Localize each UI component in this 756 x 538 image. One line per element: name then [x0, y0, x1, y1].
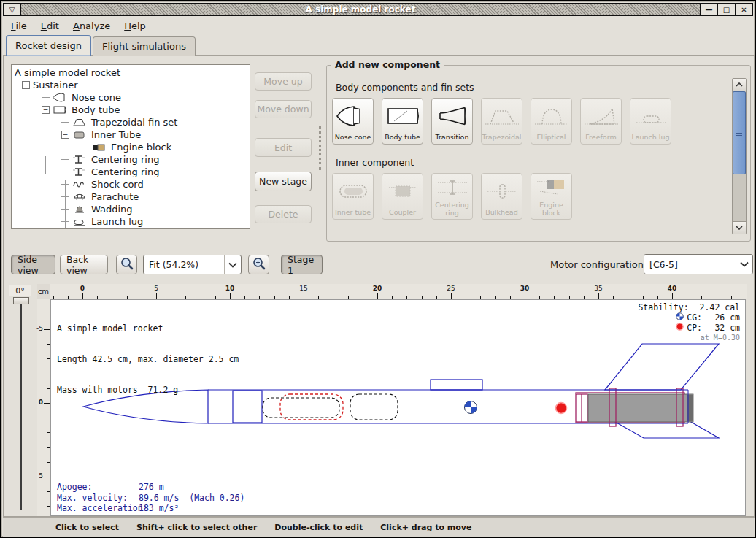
- cp-legend-icon: [676, 323, 684, 333]
- close-button[interactable]: ✕: [735, 4, 752, 15]
- tree-item-centering-ring[interactable]: Centering ring: [12, 153, 250, 166]
- ruler-label: 30: [517, 285, 533, 292]
- menu-analyze[interactable]: Analyze: [72, 19, 117, 33]
- zoom-in-button[interactable]: [248, 255, 269, 274]
- component-button-label: Elliptical: [537, 134, 566, 142]
- title-bar: ▽ A simple model rocket —□✕: [3, 3, 753, 16]
- tree-item-shock-cord[interactable]: Shock cord: [12, 178, 250, 191]
- wadding-outline[interactable]: [350, 394, 398, 420]
- tab-flight-simulations[interactable]: Flight simulations: [93, 36, 196, 56]
- add-component-title: Add new component: [331, 59, 444, 70]
- tree-connector: [85, 204, 85, 212]
- cg-marker-icon: [465, 401, 477, 414]
- fin-upper-outline[interactable]: [605, 344, 719, 390]
- new-stage-button[interactable]: New stage: [255, 172, 312, 191]
- shock-cord-outline[interactable]: [263, 398, 339, 418]
- component-button-label: Launch lug: [631, 134, 669, 142]
- status-bar: Click to selectShift+ click to select ot…: [3, 517, 755, 537]
- tree-item-launch-lug[interactable]: Launch lug: [12, 215, 250, 228]
- tree-item-label: Launch lug: [91, 216, 143, 227]
- component-button-engine-block: Engine block: [531, 173, 572, 220]
- zoom-out-button[interactable]: [116, 255, 137, 274]
- component-button-nose-cone[interactable]: Nose cone: [332, 98, 374, 145]
- app-window: ▽ A simple model rocket —□✕ FileEditAnal…: [0, 0, 756, 538]
- stage-1-toggle[interactable]: Stage 1: [281, 255, 323, 274]
- motor-nozzle-cap: [687, 395, 693, 421]
- back-view-button[interactable]: Back view: [60, 255, 108, 274]
- scroll-down-icon[interactable]: [733, 221, 746, 234]
- component-button-coupler: Coupler: [382, 173, 423, 220]
- component-button-inner-tube: Inner tube: [332, 173, 374, 220]
- status-hint: Shift+ click to select other: [136, 523, 257, 532]
- rotation-slider-thumb[interactable]: [13, 297, 29, 304]
- tree-connector: [45, 156, 46, 174]
- tree-expander-icon[interactable]: −: [42, 106, 50, 114]
- menu-file[interactable]: File: [9, 19, 34, 33]
- engineblock-icon: [92, 142, 111, 152]
- tab-bar: Rocket designFlight simulations: [6, 35, 197, 56]
- launch-lug-outline[interactable]: [431, 380, 482, 390]
- scrollbar-thumb[interactable]: [733, 91, 746, 174]
- status-hint: Click to select: [55, 523, 119, 532]
- tree-item-centering-ring[interactable]: Centering ring: [12, 166, 250, 178]
- motor-body[interactable]: [588, 394, 693, 422]
- component-button-bulkhead: Bulkhead: [481, 173, 522, 220]
- flight-stat-row: Apogee:276 m: [57, 482, 244, 493]
- tree-item-parachute[interactable]: Parachute: [12, 191, 250, 203]
- launchlug-icon: [632, 99, 670, 134]
- ruler-label: 15: [296, 285, 312, 292]
- tree-item-sustainer[interactable]: −Sustainer: [12, 79, 250, 91]
- menu-edit[interactable]: Edit: [39, 19, 66, 33]
- component-button-body-tube[interactable]: Body tube: [382, 98, 423, 145]
- scrollbar-track[interactable]: [733, 174, 746, 221]
- tree-item-wadding[interactable]: Wadding: [12, 203, 250, 215]
- tree-expander-icon[interactable]: −: [22, 81, 30, 89]
- window-controls: —□✕: [700, 4, 752, 15]
- component-button-label: Freeform: [585, 134, 616, 142]
- component-button-label: Nose cone: [335, 134, 371, 142]
- tree-item-nose-cone[interactable]: Nose cone: [12, 91, 250, 104]
- tree-item-label: Trapezoidal fin set: [91, 117, 177, 128]
- rotation-slider-track[interactable]: [20, 303, 22, 510]
- centeringring-icon: [72, 155, 91, 164]
- maximize-button[interactable]: □: [717, 4, 735, 15]
- tree-item-label: Inner Tube: [91, 129, 141, 140]
- group-label: Body components and fin sets: [336, 82, 474, 93]
- tree-item-label: Centering ring: [91, 166, 159, 177]
- side-view-button[interactable]: Side view: [11, 255, 55, 274]
- tree-expander-icon[interactable]: −: [61, 131, 69, 139]
- scroll-up-icon[interactable]: [733, 79, 746, 91]
- component-button-label: Trapezoidal: [482, 134, 522, 142]
- cg-legend-icon: [676, 312, 684, 323]
- tree-item-trapezoidal-fin-set[interactable]: Trapezoidal fin set: [12, 116, 250, 128]
- wadding-icon: [72, 204, 91, 214]
- component-button-transition[interactable]: Transition: [431, 98, 473, 145]
- magnifier-plus-icon: [252, 256, 266, 273]
- tree-item-inner-tube[interactable]: −Inner Tube: [12, 128, 250, 141]
- ruler-label: 5: [39, 472, 43, 480]
- window-menu-icon[interactable]: ▽: [4, 4, 21, 15]
- component-button-freeform: Freeform: [580, 98, 622, 145]
- rocket-figure-canvas[interactable]: A simple model rocket Length 42.5 cm, ma…: [50, 299, 746, 516]
- menu-help[interactable]: Help: [123, 19, 153, 33]
- zoom-level-combo[interactable]: Fit (54.2%): [143, 255, 242, 274]
- edit-button: Edit: [255, 138, 312, 157]
- minimize-button[interactable]: —: [700, 4, 717, 15]
- tree-item-body-tube[interactable]: −Body tube: [12, 104, 250, 116]
- tree-item-a-simple-model-rocket[interactable]: A simple model rocket: [12, 66, 250, 79]
- ruler-label: 40: [664, 285, 680, 292]
- finset-icon: [72, 118, 91, 127]
- launchlug-icon: [72, 217, 91, 226]
- tree-item-engine-block[interactable]: Engine block: [12, 141, 250, 153]
- motor-configuration-label: Motor configuration:: [550, 259, 647, 270]
- panel-divider[interactable]: [319, 126, 321, 170]
- component-button-elliptical: Elliptical: [531, 98, 572, 145]
- centeringring-icon: [433, 174, 471, 201]
- tree-item-label: Shock cord: [91, 179, 144, 190]
- component-tree[interactable]: A simple model rocket−SustainerNose cone…: [11, 64, 250, 229]
- component-button-label: Engine block: [531, 201, 571, 217]
- component-scrollbar[interactable]: [732, 78, 747, 234]
- tab-rocket-design[interactable]: Rocket design: [6, 35, 91, 56]
- tree-item-label: Centering ring: [91, 154, 159, 165]
- motor-configuration-combo[interactable]: [C6-5]: [644, 254, 753, 274]
